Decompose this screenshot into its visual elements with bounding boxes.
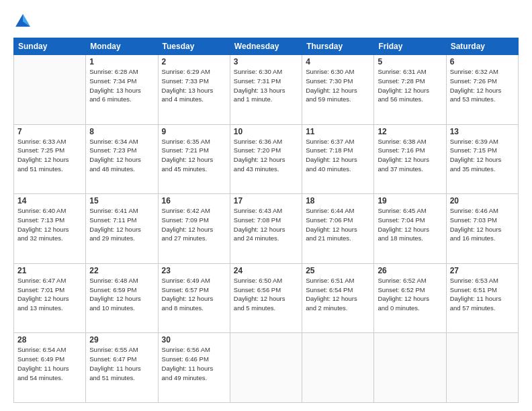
day-number: 17 [234, 196, 298, 205]
day-number: 20 [450, 196, 515, 205]
day-info: Sunrise: 6:39 AMSunset: 7:15 PMDaylight:… [450, 137, 515, 174]
day-info: Sunrise: 6:52 AMSunset: 6:52 PMDaylight:… [378, 276, 442, 313]
day-number: 11 [306, 127, 370, 136]
calendar-cell: 14Sunrise: 6:40 AMSunset: 7:13 PMDayligh… [14, 194, 86, 264]
day-number: 16 [162, 196, 226, 205]
day-info: Sunrise: 6:31 AMSunset: 7:28 PMDaylight:… [378, 67, 442, 104]
calendar-cell: 2Sunrise: 6:29 AMSunset: 7:33 PMDaylight… [158, 55, 230, 125]
weekday-header: Thursday [302, 38, 374, 55]
day-info: Sunrise: 6:34 AMSunset: 7:23 PMDaylight:… [89, 137, 154, 174]
weekday-header: Tuesday [158, 38, 230, 55]
calendar-cell: 28Sunrise: 6:54 AMSunset: 6:49 PMDayligh… [14, 333, 86, 403]
calendar-cell: 29Sunrise: 6:55 AMSunset: 6:47 PMDayligh… [86, 333, 158, 403]
day-info: Sunrise: 6:36 AMSunset: 7:20 PMDaylight:… [234, 137, 298, 174]
day-info: Sunrise: 6:44 AMSunset: 7:06 PMDaylight:… [306, 206, 370, 243]
day-info: Sunrise: 6:30 AMSunset: 7:31 PMDaylight:… [234, 67, 298, 104]
calendar-cell: 12Sunrise: 6:38 AMSunset: 7:16 PMDayligh… [374, 124, 446, 194]
day-info: Sunrise: 6:51 AMSunset: 6:54 PMDaylight:… [306, 276, 370, 313]
calendar-cell: 18Sunrise: 6:44 AMSunset: 7:06 PMDayligh… [302, 194, 374, 264]
calendar-cell: 10Sunrise: 6:36 AMSunset: 7:20 PMDayligh… [230, 124, 302, 194]
logo [13, 12, 35, 31]
day-info: Sunrise: 6:47 AMSunset: 7:01 PMDaylight:… [17, 276, 82, 313]
page: SundayMondayTuesdayWednesdayThursdayFrid… [0, 0, 532, 411]
day-info: Sunrise: 6:35 AMSunset: 7:21 PMDaylight:… [162, 137, 226, 174]
weekday-header: Wednesday [230, 38, 302, 55]
header [13, 12, 519, 31]
day-number: 14 [17, 196, 82, 205]
day-info: Sunrise: 6:50 AMSunset: 6:56 PMDaylight:… [234, 276, 298, 313]
day-number: 13 [450, 127, 515, 136]
calendar-cell: 22Sunrise: 6:48 AMSunset: 6:59 PMDayligh… [86, 263, 158, 333]
day-number: 18 [306, 196, 370, 205]
day-number: 2 [162, 57, 226, 66]
calendar-cell: 26Sunrise: 6:52 AMSunset: 6:52 PMDayligh… [374, 263, 446, 333]
calendar-week-row: 28Sunrise: 6:54 AMSunset: 6:49 PMDayligh… [14, 333, 519, 403]
day-info: Sunrise: 6:28 AMSunset: 7:34 PMDaylight:… [89, 67, 154, 104]
calendar-cell [446, 333, 518, 403]
day-info: Sunrise: 6:48 AMSunset: 6:59 PMDaylight:… [89, 276, 154, 313]
calendar-cell: 25Sunrise: 6:51 AMSunset: 6:54 PMDayligh… [302, 263, 374, 333]
calendar-cell [302, 333, 374, 403]
day-number: 5 [378, 57, 442, 66]
calendar-cell [374, 333, 446, 403]
calendar-cell: 15Sunrise: 6:41 AMSunset: 7:11 PMDayligh… [86, 194, 158, 264]
weekday-header: Friday [374, 38, 446, 55]
day-info: Sunrise: 6:46 AMSunset: 7:03 PMDaylight:… [450, 206, 515, 243]
calendar-cell: 11Sunrise: 6:37 AMSunset: 7:18 PMDayligh… [302, 124, 374, 194]
calendar-cell: 20Sunrise: 6:46 AMSunset: 7:03 PMDayligh… [446, 194, 518, 264]
day-number: 12 [378, 127, 442, 136]
day-info: Sunrise: 6:41 AMSunset: 7:11 PMDaylight:… [89, 206, 154, 243]
day-number: 28 [17, 335, 82, 345]
calendar-cell: 19Sunrise: 6:45 AMSunset: 7:04 PMDayligh… [374, 194, 446, 264]
day-number: 3 [234, 57, 298, 66]
calendar-cell [14, 55, 86, 125]
day-info: Sunrise: 6:49 AMSunset: 6:57 PMDaylight:… [162, 276, 226, 313]
day-number: 24 [234, 266, 298, 275]
calendar-cell: 6Sunrise: 6:32 AMSunset: 7:26 PMDaylight… [446, 55, 518, 125]
day-number: 30 [162, 335, 226, 345]
day-number: 27 [450, 266, 515, 275]
day-info: Sunrise: 6:43 AMSunset: 7:08 PMDaylight:… [234, 206, 298, 243]
calendar-cell: 21Sunrise: 6:47 AMSunset: 7:01 PMDayligh… [14, 263, 86, 333]
weekday-header: Sunday [14, 38, 86, 55]
calendar-week-row: 21Sunrise: 6:47 AMSunset: 7:01 PMDayligh… [14, 263, 519, 333]
calendar-week-row: 14Sunrise: 6:40 AMSunset: 7:13 PMDayligh… [14, 194, 519, 264]
day-number: 23 [162, 266, 226, 275]
day-info: Sunrise: 6:45 AMSunset: 7:04 PMDaylight:… [378, 206, 442, 243]
day-info: Sunrise: 6:53 AMSunset: 6:51 PMDaylight:… [450, 276, 515, 313]
day-number: 21 [17, 266, 82, 275]
day-info: Sunrise: 6:38 AMSunset: 7:16 PMDaylight:… [378, 137, 442, 174]
day-number: 29 [89, 335, 154, 345]
logo-icon [13, 12, 32, 31]
day-info: Sunrise: 6:30 AMSunset: 7:30 PMDaylight:… [306, 67, 370, 104]
day-number: 7 [17, 127, 82, 136]
calendar-table: SundayMondayTuesdayWednesdayThursdayFrid… [13, 38, 519, 403]
day-number: 19 [378, 196, 442, 205]
weekday-header: Monday [86, 38, 158, 55]
calendar-cell: 30Sunrise: 6:56 AMSunset: 6:46 PMDayligh… [158, 333, 230, 403]
day-number: 10 [234, 127, 298, 136]
day-info: Sunrise: 6:56 AMSunset: 6:46 PMDaylight:… [162, 345, 226, 382]
calendar-cell: 5Sunrise: 6:31 AMSunset: 7:28 PMDaylight… [374, 55, 446, 125]
day-number: 25 [306, 266, 370, 275]
day-info: Sunrise: 6:42 AMSunset: 7:09 PMDaylight:… [162, 206, 226, 243]
calendar-cell: 16Sunrise: 6:42 AMSunset: 7:09 PMDayligh… [158, 194, 230, 264]
calendar-header-row: SundayMondayTuesdayWednesdayThursdayFrid… [14, 38, 519, 55]
day-number: 6 [450, 57, 515, 66]
calendar-cell: 13Sunrise: 6:39 AMSunset: 7:15 PMDayligh… [446, 124, 518, 194]
calendar-week-row: 7Sunrise: 6:33 AMSunset: 7:25 PMDaylight… [14, 124, 519, 194]
day-info: Sunrise: 6:40 AMSunset: 7:13 PMDaylight:… [17, 206, 82, 243]
calendar-cell: 4Sunrise: 6:30 AMSunset: 7:30 PMDaylight… [302, 55, 374, 125]
calendar-cell: 17Sunrise: 6:43 AMSunset: 7:08 PMDayligh… [230, 194, 302, 264]
day-info: Sunrise: 6:33 AMSunset: 7:25 PMDaylight:… [17, 137, 82, 174]
day-number: 8 [89, 127, 154, 136]
day-number: 22 [89, 266, 154, 275]
calendar-cell: 3Sunrise: 6:30 AMSunset: 7:31 PMDaylight… [230, 55, 302, 125]
day-info: Sunrise: 6:55 AMSunset: 6:47 PMDaylight:… [89, 345, 154, 382]
weekday-header: Saturday [446, 38, 518, 55]
calendar-cell: 24Sunrise: 6:50 AMSunset: 6:56 PMDayligh… [230, 263, 302, 333]
calendar-cell: 27Sunrise: 6:53 AMSunset: 6:51 PMDayligh… [446, 263, 518, 333]
day-number: 1 [89, 57, 154, 66]
calendar-cell: 23Sunrise: 6:49 AMSunset: 6:57 PMDayligh… [158, 263, 230, 333]
day-number: 15 [89, 196, 154, 205]
